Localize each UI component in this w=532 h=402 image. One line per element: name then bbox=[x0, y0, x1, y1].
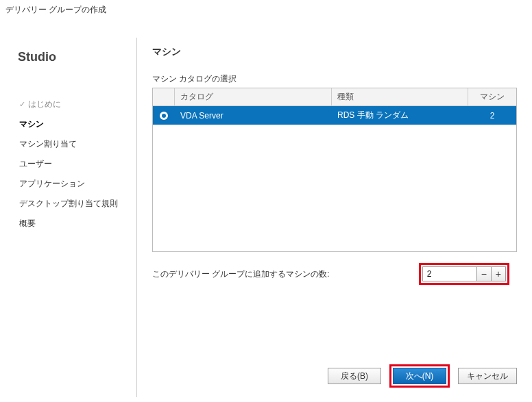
col-header-count: マシン bbox=[468, 88, 516, 105]
nav-step-machines[interactable]: マシン bbox=[18, 114, 123, 134]
catalog-row-name: VDA Server bbox=[175, 108, 332, 124]
catalog-row-radio-cell[interactable] bbox=[153, 108, 175, 123]
catalog-grid: カタログ 種類 マシン VDA Server RDS 手動 ランダム 2 bbox=[152, 88, 517, 252]
quantity-label: このデリバリー グループに追加するマシンの数: bbox=[152, 268, 330, 280]
catalog-row-type: RDS 手動 ランダム bbox=[332, 106, 468, 125]
catalog-select-label: マシン カタログの選択 bbox=[152, 73, 517, 85]
main-panel: マシン マシン カタログの選択 カタログ 種類 マシン VDA Server R… bbox=[137, 38, 532, 397]
nav-step-summary: 概要 bbox=[18, 214, 123, 234]
brand-title: Studio bbox=[18, 50, 123, 64]
wizard-footer: 戻る(B) 次へ(N) キャンセル bbox=[328, 364, 517, 388]
sidebar: Studio はじめに マシン マシン割り当て ユーザー アプリケーション デス… bbox=[0, 38, 137, 397]
nav-step-desktop-rule: デスクトップ割り当て規則 bbox=[18, 194, 123, 214]
catalog-grid-body: VDA Server RDS 手動 ランダム 2 bbox=[153, 106, 516, 125]
quantity-input[interactable] bbox=[422, 266, 477, 281]
back-button[interactable]: 戻る(B) bbox=[328, 368, 381, 384]
next-button[interactable]: 次へ(N) bbox=[393, 368, 446, 384]
col-header-type: 種類 bbox=[332, 88, 468, 105]
wizard-body: Studio はじめに マシン マシン割り当て ユーザー アプリケーション デス… bbox=[0, 17, 532, 397]
catalog-row[interactable]: VDA Server RDS 手動 ランダム 2 bbox=[153, 106, 516, 125]
nav-step-users: ユーザー bbox=[18, 154, 123, 174]
catalog-row-count: 2 bbox=[468, 108, 516, 124]
nav-step-intro[interactable]: はじめに bbox=[18, 95, 123, 114]
cancel-button[interactable]: キャンセル bbox=[458, 368, 517, 384]
nav-step-apps: アプリケーション bbox=[18, 174, 123, 194]
quantity-row: このデリバリー グループに追加するマシンの数: − + bbox=[152, 263, 517, 285]
quantity-highlight: − + bbox=[419, 263, 509, 285]
catalog-grid-header: カタログ 種類 マシン bbox=[153, 88, 516, 106]
window-title: デリバリー グループの作成 bbox=[0, 0, 532, 17]
quantity-increment-button[interactable]: + bbox=[491, 266, 506, 281]
nav-step-assignment: マシン割り当て bbox=[18, 134, 123, 154]
radio-selected-icon[interactable] bbox=[160, 112, 168, 120]
col-header-select bbox=[153, 88, 175, 105]
quantity-decrement-button[interactable]: − bbox=[476, 266, 492, 281]
next-highlight: 次へ(N) bbox=[389, 364, 450, 388]
page-heading: マシン bbox=[152, 46, 517, 58]
col-header-catalog: カタログ bbox=[175, 88, 332, 105]
wizard-nav: はじめに マシン マシン割り当て ユーザー アプリケーション デスクトップ割り当… bbox=[18, 95, 123, 234]
